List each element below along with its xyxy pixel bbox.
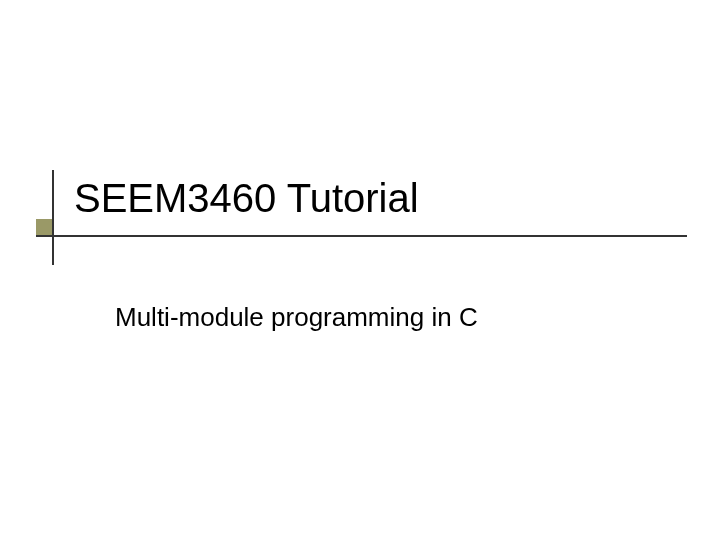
accent-square-decoration [36, 219, 53, 236]
slide-subtitle: Multi-module programming in C [115, 302, 478, 333]
slide-title: SEEM3460 Tutorial [74, 176, 419, 221]
vertical-rule [52, 170, 54, 265]
horizontal-rule [36, 235, 687, 237]
slide: SEEM3460 Tutorial Multi-module programmi… [0, 0, 720, 540]
